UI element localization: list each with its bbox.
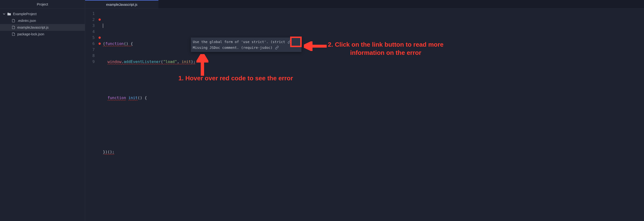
code-content[interactable]: (function() { window.addEventListener("l… [102,9,196,221]
project-sidebar: Project ExampleProject .eslintrc.json [0,0,85,221]
tree-folder-root[interactable]: ExampleProject [0,10,85,17]
line-number: 5 [85,35,95,41]
tree-file-examplejs[interactable]: exampleJavascript.js [0,24,85,31]
code-token: ( [161,59,163,65]
folder-icon [7,12,11,16]
file-label: package-lock.json [17,32,44,36]
line-number: 1 [85,10,95,16]
code-token: . [122,59,124,65]
code-token: function [108,95,126,101]
file-label: exampleJavascript.js [17,26,48,29]
text-cursor [103,24,103,28]
annotation-line: 2. Click on the link button to read more [328,41,444,48]
file-icon [12,32,16,36]
file-tree: ExampleProject .eslintrc.json exampleJav… [0,9,85,38]
file-icon [12,26,16,29]
line-number: 9 [85,59,95,65]
line-number: 7 [85,47,95,53]
code-token [126,95,128,101]
code-token: function [105,41,124,47]
code-token: init [182,59,191,65]
tooltip-message: Missing JSDoc comment. (require-jsdoc) [193,46,272,50]
tree-file-packagelock[interactable]: package-lock.json [0,31,85,38]
code-token: addEventListener [124,59,161,65]
error-marker-icon[interactable] [98,18,101,21]
code-token [103,59,108,65]
tooltip-row: Missing JSDoc comment. (require-jsdoc) [193,45,300,50]
code-token: })(); [103,149,114,155]
code-token: () { [124,41,133,47]
annotation-text-step2: 2. Click on the link button to read more… [328,40,444,57]
code-token: "load" [163,59,177,65]
editor-pane: exampleJavascript.js 1 2 3 4 5 6 7 8 9 [85,0,644,221]
tooltip-message: Use the global form of 'use strict'. (st… [193,40,285,44]
code-token [103,95,108,101]
code-token: , [177,59,182,65]
chevron-down-icon [3,13,5,15]
file-icon [12,19,16,22]
code-token: ( [103,41,105,47]
annotation-arrow-left [304,41,327,52]
tab-label: exampleJavascript.js [106,3,138,6]
tooltip-row: Use the global form of 'use strict'. (st… [193,39,300,45]
line-number: 3 [85,22,95,28]
annotation-line: information on the error [350,49,421,56]
code-token: () { [138,95,147,101]
line-number: 2 [85,16,95,22]
error-marker-gutter [98,9,102,221]
code-token: ); [191,59,196,65]
error-tooltip: Use the global form of 'use strict'. (st… [191,38,302,52]
line-number: 4 [85,28,95,35]
folder-label: ExampleProject [13,12,36,16]
error-marker-icon[interactable] [98,42,101,45]
file-label: .eslintrc.json [17,19,36,22]
line-gutter: 1 2 3 4 5 6 7 8 9 [85,9,98,221]
annotation-highlight-box [290,36,302,47]
tree-file-eslintrc[interactable]: .eslintrc.json [0,17,85,24]
tabbar: exampleJavascript.js [85,0,644,9]
line-number: 8 [85,53,95,59]
tab-examplejs[interactable]: exampleJavascript.js [85,0,158,8]
annotation-text-step1: 1. Hover over red code to see the error [178,74,293,82]
annotation-arrow-up [196,54,208,76]
error-marker-icon[interactable] [98,36,101,39]
code-token: window [108,59,122,65]
link-icon[interactable] [275,46,279,50]
line-number: 6 [85,41,95,47]
code-token: init [128,95,138,101]
sidebar-header: Project [0,0,85,9]
